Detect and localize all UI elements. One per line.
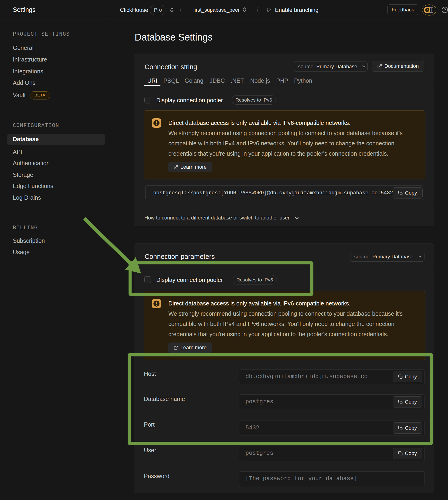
svg-text:?: ? <box>444 8 446 12</box>
